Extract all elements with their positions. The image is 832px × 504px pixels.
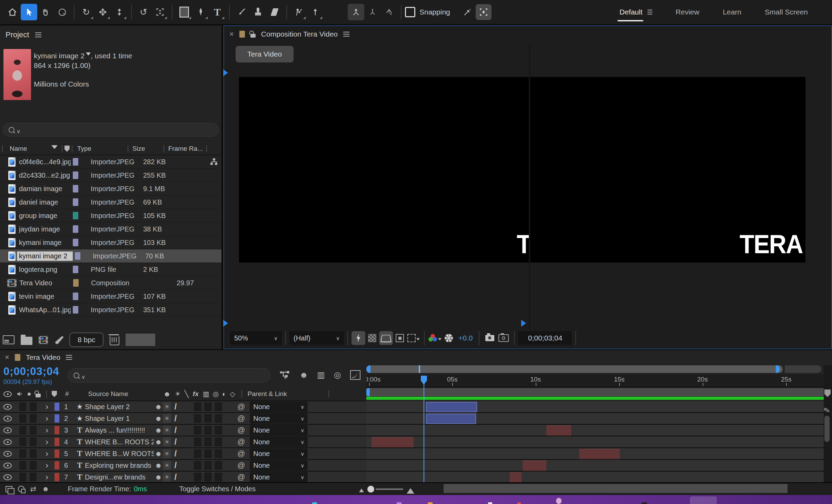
rotation-tool-button[interactable]: ↺ [135, 4, 152, 20]
region-of-interest-icon[interactable] [379, 331, 393, 345]
layer-shy-switch[interactable]: ☻ [154, 426, 163, 434]
layer-visibility-toggle[interactable] [3, 451, 12, 457]
solo-column-icon[interactable] [28, 393, 31, 396]
layer-duration-bar[interactable] [426, 402, 477, 412]
layer-shy-switch[interactable]: ☻ [154, 438, 163, 446]
snap-options-button[interactable] [476, 4, 492, 20]
label-column-icon[interactable] [52, 391, 57, 397]
layer-switch-cell[interactable] [215, 437, 222, 446]
workspace-tab-small-screen[interactable]: Small Screen [753, 0, 820, 24]
parent-pickwhip-icon[interactable]: @ [237, 461, 245, 470]
layer-mode-cell[interactable] [194, 461, 201, 470]
motion-blur-icon[interactable]: ◎ [334, 370, 341, 380]
layer-quality-switch[interactable]: / [171, 402, 180, 412]
exposure-value[interactable]: +0.0 [458, 334, 473, 342]
layer-expand-arrow[interactable]: › [46, 414, 51, 423]
column-header-size[interactable]: Size [132, 145, 161, 152]
layer-lock-cell[interactable] [30, 414, 37, 423]
take-snapshot-icon[interactable] [483, 331, 497, 345]
workspace-menu-icon[interactable] [647, 12, 652, 12]
taskbar-icon[interactable] [488, 502, 492, 504]
project-file-row[interactable]: WhatsAp...01.jpg ImporterJPEG 351 KB [0, 303, 221, 317]
layer-track-row[interactable] [366, 472, 824, 483]
workspace-tab-review[interactable]: Review [664, 0, 711, 24]
layer-name[interactable]: Always ... fun!!!!!!!!!! [85, 426, 154, 434]
mask-visibility-icon[interactable] [393, 331, 407, 345]
home-icon[interactable] [4, 4, 21, 20]
layer-collapse-switch[interactable]: ☀ [163, 461, 171, 470]
eraser-tool-button[interactable] [266, 4, 283, 20]
expand-in-out-panes-icon[interactable]: ⇄ [30, 485, 36, 494]
parent-pickwhip-icon[interactable]: @ [237, 449, 245, 458]
column-header-name[interactable]: Name [10, 145, 27, 152]
hand-tool-button[interactable] [37, 4, 54, 20]
layer-mode-cell[interactable] [194, 426, 201, 435]
file-name[interactable]: daniel image [19, 198, 71, 206]
layer-track-row[interactable] [366, 425, 824, 436]
zoom-out-icon[interactable] [359, 486, 364, 492]
layer-trkmat-cell[interactable] [204, 461, 212, 470]
layer-name[interactable]: WHERE B...W ROOTS [85, 450, 154, 458]
project-file-row[interactable]: damian image ImporterJPEG 9.1 MB [0, 182, 221, 196]
layer-label-chip[interactable] [55, 403, 59, 411]
layer-trkmat-cell[interactable] [204, 449, 212, 458]
layer-shy-switch[interactable]: ☻ [154, 473, 163, 481]
parent-link-column-header[interactable]: Parent & Link [248, 390, 287, 398]
project-file-row[interactable]: jaydan image ImporterJPEG 38 KB [0, 223, 221, 236]
project-flowchart-icon[interactable] [53, 335, 63, 345]
layer-audio-cell[interactable] [19, 473, 26, 482]
project-file-row[interactable]: Tera Video Composition 29.97 [0, 276, 221, 290]
search-options-chevron-icon[interactable]: ∨ [17, 129, 20, 134]
comp-view-right[interactable]: TERA [530, 77, 805, 263]
layer-row[interactable]: › 1 ★ Shape Layer 2 ☻ ☀ / @ None∨ [0, 401, 366, 413]
layer-trkmat-cell[interactable] [204, 414, 212, 423]
taskbar-active-app-highlight[interactable] [690, 496, 717, 504]
project-file-row[interactable]: c0f4e8c...4e9.jpg ImporterJPEG 282 KB [0, 155, 221, 169]
layer-shy-switch[interactable]: ☻ [154, 462, 163, 470]
layer-visibility-toggle[interactable] [3, 439, 12, 445]
parent-pickwhip-icon[interactable]: @ [237, 402, 245, 411]
preview-timecode[interactable]: 0;00;03;04 [518, 331, 572, 345]
layer-audio-cell[interactable] [19, 437, 26, 446]
taskbar-icon[interactable] [517, 502, 521, 504]
layer-expand-arrow[interactable]: › [46, 402, 51, 412]
layer-lock-cell[interactable] [30, 461, 37, 470]
type-tool-button[interactable]: T [209, 4, 226, 20]
layer-visibility-toggle[interactable] [3, 463, 12, 468]
layer-lock-cell[interactable] [30, 402, 37, 411]
new-folder-icon[interactable] [21, 337, 32, 345]
layer-row[interactable]: › 6 T Exploring new brands ☻ ☀ / @ None∨ [0, 460, 366, 472]
panel-menu-icon[interactable] [343, 34, 349, 34]
layer-visibility-toggle[interactable] [3, 404, 12, 410]
timeline-search-input[interactable]: ∨ [68, 368, 270, 383]
layer-row[interactable]: › 2 ★ Shape Layer 1 ☻ ☀ / @ None∨ [0, 413, 366, 425]
taskbar-icon[interactable] [428, 502, 433, 504]
layer-label-chip[interactable] [55, 473, 59, 481]
layer-visibility-toggle[interactable] [3, 427, 12, 433]
layer-lock-cell[interactable] [30, 473, 37, 482]
file-label-chip[interactable] [73, 266, 78, 273]
frame-blending-icon[interactable]: ▥ [317, 370, 325, 380]
parent-pickwhip-icon[interactable]: @ [237, 473, 245, 482]
layer-lock-cell[interactable] [30, 449, 37, 458]
timeline-zoom-slider[interactable] [359, 484, 414, 494]
layer-expand-arrow[interactable]: › [46, 461, 51, 470]
exposure-shutter-icon[interactable] [442, 331, 456, 345]
layer-switch-cell[interactable] [215, 461, 222, 470]
zoom-in-icon[interactable] [407, 484, 414, 494]
snapping-checkbox[interactable] [405, 7, 415, 17]
project-file-row[interactable]: group image ImporterJPEG 105 KB [0, 209, 221, 223]
delete-item-icon[interactable] [110, 336, 119, 345]
layer-name[interactable]: WHERE B... ROOTS 2 [85, 438, 154, 446]
timeline-tab-title[interactable]: Tera Video [26, 353, 60, 362]
layer-collapse-switch[interactable]: ☀ [163, 449, 171, 458]
graph-editor-icon[interactable] [350, 370, 360, 380]
layer-trkmat-cell[interactable] [204, 437, 212, 446]
workspace-tab-learn[interactable]: Learn [711, 0, 753, 24]
clone-stamp-tool-button[interactable] [250, 4, 266, 20]
expand-transfer-controls-icon[interactable] [18, 486, 24, 492]
selection-tool-button[interactable] [21, 4, 37, 20]
column-header-framerate[interactable]: Frame Ra... [168, 145, 203, 152]
layer-audio-cell[interactable] [19, 426, 26, 435]
color-depth-button[interactable]: 8 bpc [69, 333, 103, 347]
